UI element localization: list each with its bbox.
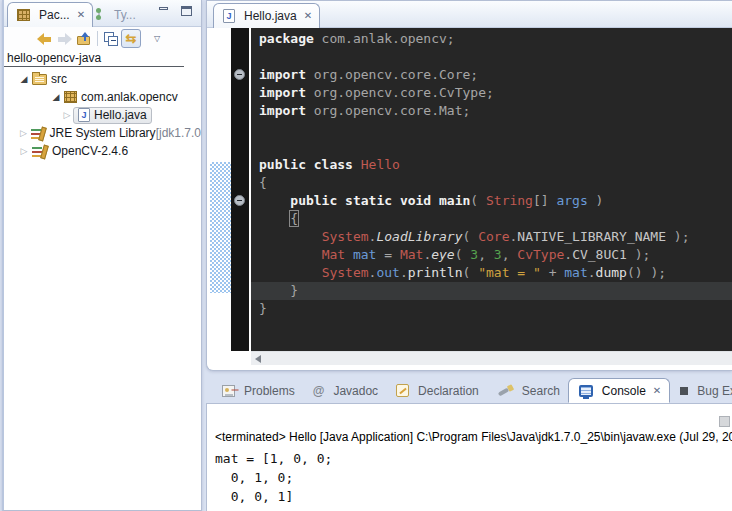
tree-item-jre-system-library[interactable]: ▷JRE System Library [jdk1.7.0 — [4, 124, 201, 142]
tree-item-project-root[interactable]: hello-opencv-java — [4, 50, 184, 67]
tree-item-hello-java[interactable]: ▷JHello.java — [4, 106, 201, 124]
horizontal-scrollbar[interactable] — [251, 351, 732, 365]
expand-arrow-icon[interactable]: ▷ — [61, 110, 73, 120]
code-token: Core — [478, 229, 509, 244]
console-toolbar-fragment[interactable] — [719, 416, 730, 427]
code-token: } — [259, 301, 267, 316]
editor-tab-hello-java[interactable]: J Hello.java ✕ — [213, 3, 320, 28]
tree-item-opencv-2-4-6[interactable]: ▷OpenCV-2.4.6 — [4, 142, 201, 160]
close-icon[interactable]: ✕ — [304, 11, 312, 21]
code-line-current[interactable]: } — [251, 282, 732, 300]
code-line[interactable]: import org.opencv.core.Mat; — [259, 102, 732, 120]
problems-icon — [222, 385, 235, 397]
code-token: package — [259, 31, 314, 46]
go-up-button[interactable] — [74, 29, 94, 48]
console-output[interactable]: mat = [1, 0, 0; 0, 1, 0; 0, 0, 1] — [207, 444, 732, 506]
tree-item-label: JRE System Library — [50, 126, 156, 140]
code-token: { — [290, 211, 298, 226]
code-line[interactable]: public class Hello — [259, 156, 732, 174]
code-token: 3 — [494, 247, 502, 262]
code-line[interactable] — [259, 120, 732, 138]
code-token: public static void main — [290, 193, 470, 208]
tree-item-label: com.anlak.opencv — [81, 90, 178, 104]
close-icon[interactable]: ✕ — [77, 10, 85, 20]
code-token: Hello — [361, 157, 400, 172]
back-button[interactable] — [34, 29, 54, 48]
code-token: args — [556, 193, 587, 208]
view-tab-declaration[interactable]: Declaration — [386, 378, 487, 403]
view-tab-bug-explorer[interactable]: Bug Explorer — [670, 378, 732, 403]
expand-arrow-icon[interactable]: ▷ — [18, 128, 29, 138]
code-line[interactable]: } — [259, 300, 732, 318]
code-token: dump — [596, 265, 627, 280]
code-token: , — [478, 247, 494, 262]
code-token: CvType — [517, 247, 564, 262]
code-line[interactable]: package com.anlak.opencv; — [259, 30, 732, 48]
view-tab-problems[interactable]: Problems — [212, 378, 303, 403]
tree-item-com-anlak-opencv[interactable]: ◢com.anlak.opencv — [4, 88, 201, 106]
range-indicator — [210, 162, 231, 293]
tab-package-explorer[interactable]: Pac... ✕ — [7, 2, 93, 27]
code-line[interactable]: System.LoadLibrary( Core.NATIVE_LIBRARY_… — [259, 228, 732, 246]
code-token: String — [486, 193, 533, 208]
toolbar-separator — [97, 31, 98, 46]
maximize-icon — [181, 6, 192, 16]
tree-item-src[interactable]: ◢src — [4, 70, 201, 88]
forward-arrow-icon — [57, 34, 72, 44]
view-tab-search[interactable]: Search — [487, 378, 568, 403]
code-line[interactable]: Mat mat = Mat.eye( 3, 3, CvType.CV_8UC1 … — [259, 246, 732, 264]
code-token: "mat = " — [478, 265, 541, 280]
view-tab-javadoc[interactable]: @Javadoc — [303, 378, 386, 403]
code-line[interactable]: { — [259, 174, 732, 192]
maximize-button[interactable] — [180, 6, 193, 18]
forward-button[interactable] — [54, 29, 74, 48]
javadoc-icon: @ — [313, 385, 325, 397]
type-hierarchy-icon — [93, 8, 105, 21]
code-token: NATIVE_LIBRARY_NAME — [517, 229, 666, 244]
code-line[interactable]: System.out.println( "mat = " + mat.dump(… — [259, 264, 732, 282]
code-token: import — [259, 85, 306, 100]
close-icon[interactable]: ✕ — [653, 386, 661, 396]
view-menu-button[interactable]: ▽ — [147, 29, 167, 48]
fold-collapse-icon[interactable] — [234, 69, 245, 80]
code-token: + — [541, 265, 564, 280]
console-output-line: 0, 1, 0; — [215, 468, 732, 487]
package-folder-icon — [32, 74, 47, 85]
view-tab-label: Search — [522, 384, 560, 398]
code-line[interactable] — [259, 138, 732, 156]
code-line[interactable]: public static void main( String[] args ) — [259, 192, 732, 210]
code-token: eye — [431, 247, 454, 262]
code-line[interactable]: { — [259, 210, 732, 228]
library-icon — [31, 127, 46, 140]
bug-icon — [680, 387, 688, 395]
expand-arrow-icon[interactable]: ▷ — [18, 146, 30, 156]
editor-tabbar: J Hello.java ✕ — [207, 1, 732, 28]
tree-selection-highlight[interactable]: JHello.java — [73, 107, 152, 124]
annotation-ruler[interactable] — [231, 28, 249, 351]
code-line[interactable] — [259, 48, 732, 66]
code-token: 3 — [470, 247, 478, 262]
fold-collapse-icon[interactable] — [234, 195, 245, 206]
code-area[interactable]: package com.anlak.opencv;import org.open… — [251, 28, 732, 351]
link-with-editor-button[interactable]: ⇆ — [121, 29, 141, 48]
package-explorer-tabbar: Pac... ✕ Ty... — [4, 0, 201, 27]
view-tab-console[interactable]: Console✕ — [568, 378, 670, 403]
scroll-left-arrow-icon[interactable] — [255, 355, 261, 363]
tree-item-label: OpenCV-2.4.6 — [52, 144, 128, 158]
code-token: org.opencv.core.Mat; — [306, 103, 470, 118]
code-token: import — [259, 103, 306, 118]
collapse-all-button[interactable] — [101, 29, 121, 48]
views-tabbar: Problems@JavadocDeclarationSearchConsole… — [212, 376, 732, 403]
code-token: ); — [666, 229, 689, 244]
code-token: . — [400, 265, 408, 280]
collapse-arrow-icon[interactable]: ◢ — [50, 92, 62, 102]
code-token: LoadLibrary — [376, 229, 462, 244]
chevron-down-icon: ▽ — [154, 34, 160, 43]
minimize-button[interactable] — [157, 6, 170, 18]
code-line[interactable]: import org.opencv.core.CvType; — [259, 84, 732, 102]
project-tree: hello-opencv-java ◢src◢com.anlak.opencv▷… — [4, 50, 201, 510]
java-file-icon: J — [78, 108, 90, 122]
collapse-arrow-icon[interactable]: ◢ — [18, 74, 30, 84]
code-line[interactable]: import org.opencv.core.Core; — [259, 66, 732, 84]
package-explorer-icon — [17, 9, 30, 21]
